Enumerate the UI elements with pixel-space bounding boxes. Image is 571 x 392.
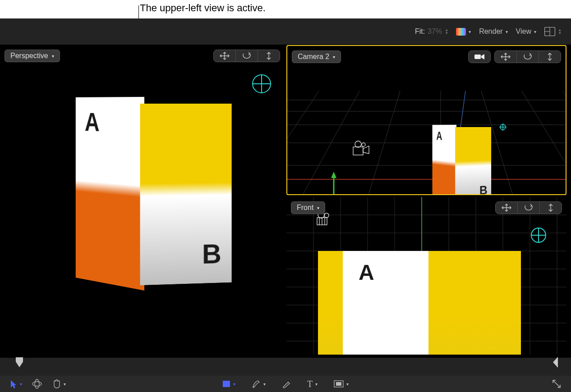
viewport-camera-dropdown[interactable]: Front ▾	[291, 201, 325, 214]
pan-button[interactable]	[495, 51, 517, 63]
svg-point-70	[32, 382, 41, 386]
select-tool[interactable]: ▾	[10, 379, 22, 388]
hand-icon	[52, 379, 61, 388]
dolly-button[interactable]	[539, 51, 561, 63]
svg-point-71	[35, 379, 39, 388]
pen-icon	[252, 379, 261, 388]
svg-rect-72	[223, 381, 230, 387]
brush-icon	[282, 379, 291, 388]
pan-button[interactable]	[214, 50, 236, 62]
pan-icon	[220, 52, 230, 60]
svg-point-19	[355, 141, 361, 147]
mask-tool[interactable]: ▾	[334, 380, 349, 387]
fullscreen-button[interactable]	[552, 379, 561, 388]
render-dropdown[interactable]: Render ▾	[479, 27, 507, 36]
view-label: View	[516, 27, 531, 36]
channels-dropdown[interactable]: ▾	[456, 28, 471, 36]
orbit-icon	[523, 53, 532, 61]
svg-rect-31	[474, 55, 481, 59]
chevron-down-icon: ▾	[317, 205, 319, 210]
compass-icon	[252, 74, 271, 93]
front-card: A	[318, 251, 521, 355]
paint-tool[interactable]	[282, 379, 291, 388]
dolly-button[interactable]	[258, 50, 280, 62]
chevron-down-icon: ▾	[333, 55, 335, 59]
viewer-toolbar: Fit: 37% ▴▾ ▾ Render ▾ View ▾ ▴▾	[0, 18, 571, 45]
viewport-lower-left[interactable]: A Front ▾	[286, 197, 566, 357]
pan-button[interactable]	[496, 202, 518, 214]
active-camera-button[interactable]	[469, 51, 490, 63]
layout-dropdown[interactable]: ▴▾	[544, 27, 561, 36]
stepper-icon: ▴▾	[559, 28, 561, 35]
svg-rect-18	[353, 147, 363, 155]
dolly-icon	[547, 204, 554, 212]
camera-name: Camera 2	[298, 53, 329, 61]
svg-point-73	[253, 387, 254, 388]
viewport-camera-dropdown[interactable]: Camera 2 ▾	[292, 50, 341, 63]
pan-icon	[501, 53, 511, 61]
svg-marker-26	[331, 172, 336, 178]
3d-transform-tool[interactable]	[32, 379, 42, 389]
canvas-toolbar: ▾ ▾ ▾ ▾ T ▾	[0, 376, 571, 392]
timeline-ruler[interactable]	[0, 358, 571, 376]
expand-icon	[552, 379, 561, 388]
orbit-icon	[524, 204, 533, 212]
rectangle-icon	[222, 380, 230, 387]
svg-line-76	[553, 381, 560, 387]
dolly-icon	[546, 53, 553, 61]
dolly-icon	[265, 52, 272, 60]
3d-transform-icon	[32, 379, 42, 389]
svg-marker-66	[16, 357, 23, 367]
compass-icon	[531, 228, 546, 243]
text-tool-label: T	[307, 379, 313, 389]
chevron-down-icon: ▾	[52, 54, 54, 59]
chevron-down-icon: ▾	[20, 382, 22, 387]
card-label-a: A	[85, 107, 100, 137]
viewport-upper-left[interactable]: B A	[286, 45, 566, 195]
card-label-b: B	[202, 237, 221, 270]
pan-icon	[502, 204, 511, 212]
orbit-button[interactable]	[517, 51, 539, 63]
viewport-grid: B A	[0, 45, 566, 357]
scene-camera-icon	[353, 141, 371, 157]
color-channel-icon	[456, 28, 466, 36]
zoom-stepper-icon: ▴▾	[446, 28, 448, 35]
pen-tool[interactable]: ▾	[252, 379, 266, 388]
videocamera-icon	[474, 53, 485, 60]
chevron-down-icon: ▾	[469, 29, 471, 34]
svg-marker-32	[481, 54, 484, 59]
chevron-down-icon: ▾	[263, 382, 266, 387]
pan-tool[interactable]: ▾	[52, 379, 66, 388]
chevron-down-icon: ▾	[346, 382, 349, 387]
mask-icon	[334, 380, 344, 387]
view-dropdown[interactable]: View ▾	[516, 27, 536, 36]
chevron-down-icon: ▾	[506, 29, 508, 34]
viewport-camera-dropdown[interactable]: Perspective ▾	[5, 50, 60, 62]
arrow-cursor-icon	[10, 379, 17, 388]
card-label-a: A	[359, 260, 374, 285]
pivot-marker-icon	[499, 123, 507, 131]
camera-name: Perspective	[10, 52, 48, 60]
chevron-down-icon: ▾	[64, 382, 66, 387]
svg-rect-68	[557, 357, 558, 367]
viewport-layout-icon	[544, 27, 555, 36]
dolly-button[interactable]	[540, 202, 562, 214]
render-label: Render	[479, 27, 502, 36]
svg-marker-21	[363, 146, 369, 154]
shape-tool[interactable]: ▾	[222, 380, 235, 387]
viewport-right[interactable]: B A Perspective ▾	[0, 45, 285, 357]
svg-rect-75	[336, 382, 341, 386]
zoom-value: 37%	[428, 27, 442, 36]
svg-marker-69	[11, 380, 16, 388]
axis-gizmo-icon	[308, 167, 357, 195]
card-label-b: B	[479, 183, 488, 195]
chevron-down-icon: ▾	[534, 29, 536, 34]
orbit-button[interactable]	[236, 50, 258, 62]
orbit-button[interactable]	[518, 202, 540, 214]
text-tool[interactable]: T ▾	[307, 379, 318, 389]
out-point-icon[interactable]	[552, 356, 558, 368]
zoom-control[interactable]: Fit: 37% ▴▾	[415, 27, 448, 36]
chevron-down-icon: ▾	[315, 382, 318, 387]
playhead-icon[interactable]	[15, 356, 24, 370]
app-window: Fit: 37% ▴▾ ▾ Render ▾ View ▾ ▴▾	[0, 18, 571, 392]
